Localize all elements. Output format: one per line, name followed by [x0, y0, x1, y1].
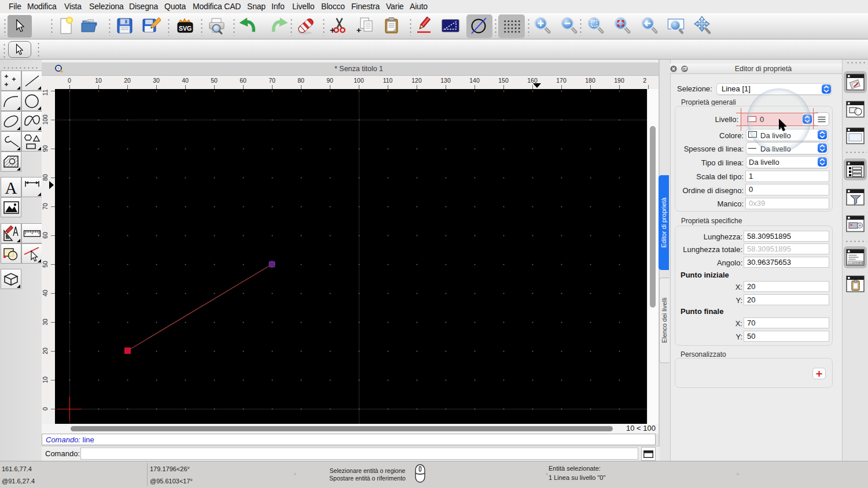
svg-text:c command: c command: [849, 261, 863, 264]
svg-text:A: A: [5, 179, 17, 197]
svg-text:SVG: SVG: [179, 25, 192, 32]
